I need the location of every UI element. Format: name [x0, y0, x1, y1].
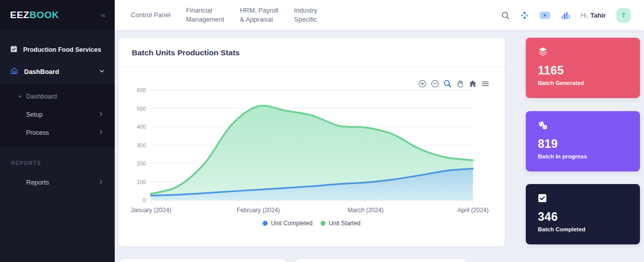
chevron-right-icon: [98, 129, 104, 136]
bar-chart-icon[interactable]: [561, 11, 570, 20]
stat-card-batch-completed: 346 Batch Completed: [526, 184, 640, 244]
nav-item-label: Financial: [186, 6, 224, 15]
stat-value: 1165: [538, 64, 628, 77]
sidebar-item-label: Reports: [26, 179, 49, 186]
avatar[interactable]: T: [616, 8, 631, 23]
submenu-item-label: Process: [26, 129, 49, 136]
nav-item-label: Control Panel: [131, 11, 171, 20]
checkbox-icon: [538, 193, 628, 203]
app-logo: EEZBOOK: [10, 10, 59, 21]
submenu-item-dashboard[interactable]: Dashboard: [0, 88, 115, 106]
bottom-card-partial: [120, 259, 286, 262]
svg-text:600: 600: [137, 87, 146, 93]
stat-card-batch-in-progress: 819 Batch In progress: [526, 111, 640, 171]
nav-item-label: Specific: [294, 15, 317, 24]
svg-text:March (2024): March (2024): [348, 207, 383, 214]
apps-diamond-icon[interactable]: [520, 11, 529, 20]
topbar: Control Panel Financial Management HRM, …: [115, 0, 644, 30]
bottom-card-partial: [296, 259, 465, 262]
legend-label: Unit Started: [329, 220, 360, 227]
legend-item-unit-completed[interactable]: Unit Completed: [263, 220, 312, 227]
greeting-prefix: Hi,: [581, 12, 589, 19]
stat-value: 819: [538, 137, 628, 151]
sidebar-item-production-food-services[interactable]: Production Food Services: [0, 42, 115, 57]
nav-item-control-panel[interactable]: Control Panel: [131, 11, 171, 20]
sidebar-item-dashboard[interactable]: DashBoard: [0, 61, 115, 81]
nav-item-hrm-payroll-appraisal[interactable]: HRM, Payroll & Appraisal: [240, 6, 279, 24]
svg-text:200: 200: [137, 160, 146, 166]
chart-legend: Unit Completed Unit Started: [119, 220, 505, 227]
card-divider: [119, 66, 505, 67]
nav-item-label: & Appraisal: [240, 15, 279, 24]
sidebar-item-label: Production Food Services: [23, 46, 101, 53]
chevron-down-icon: [99, 68, 105, 75]
search-icon[interactable]: [501, 11, 510, 20]
stat-label: Batch Generated: [538, 80, 628, 86]
legend-dot-blue: [263, 221, 268, 226]
stat-label: Batch In progress: [538, 153, 628, 159]
video-tutorial-icon[interactable]: [539, 11, 550, 20]
nav-item-label: HRM, Payroll: [240, 6, 279, 15]
svg-text:0: 0: [143, 197, 146, 203]
nav-item-label: Industry: [294, 6, 317, 15]
topbar-right: Hi, Tahir T: [501, 8, 631, 23]
bullet-icon: [19, 96, 21, 98]
sidebar: EEZBOOK « Production Food Services DashB…: [0, 0, 115, 262]
chevron-right-icon: [98, 111, 104, 118]
svg-text:400: 400: [137, 124, 146, 130]
stat-card-batch-generated: 1165 Batch Generated: [526, 38, 640, 98]
sidebar-collapse-icon[interactable]: «: [101, 10, 106, 20]
user-name: Tahir: [590, 12, 606, 19]
main-nav: Control Panel Financial Management HRM, …: [131, 6, 317, 24]
svg-text:500: 500: [137, 106, 146, 112]
nav-item-financial-management[interactable]: Financial Management: [186, 6, 224, 24]
sidebar-item-label: DashBoard: [24, 68, 59, 75]
nav-item-industry-specific[interactable]: Industry Specific: [294, 6, 317, 24]
svg-text:300: 300: [137, 142, 146, 148]
dice-icon: [538, 120, 628, 130]
submenu-item-process[interactable]: Process: [0, 124, 115, 142]
area-chart[interactable]: 0100200300400500600January (2024)Februar…: [131, 82, 503, 233]
legend-item-unit-started[interactable]: Unit Started: [320, 220, 360, 227]
legend-dot-green: [320, 221, 326, 226]
submenu-item-setup[interactable]: Setup: [0, 106, 115, 124]
svg-text:April (2024): April (2024): [457, 207, 489, 214]
sidebar-header: EEZBOOK «: [0, 0, 115, 30]
nav-item-label: Management: [186, 15, 224, 24]
submenu-item-label: Setup: [26, 111, 43, 118]
stat-value: 346: [538, 210, 628, 224]
chevron-right-icon: [98, 179, 104, 186]
user-greeting: Hi, Tahir: [581, 12, 606, 19]
logo-part-2: BOOK: [29, 10, 59, 20]
chart-title: Batch Units Production Stats: [132, 48, 239, 57]
legend-label: Unit Completed: [271, 220, 312, 227]
svg-text:February (2024): February (2024): [236, 207, 280, 214]
calendar-check-icon: [10, 45, 18, 54]
submenu-item-label: Dashboard: [26, 93, 57, 100]
chart-card: Batch Units Production Stats 01002003004…: [119, 38, 505, 246]
stat-label: Batch Completed: [538, 226, 628, 232]
svg-text:January (2024): January (2024): [131, 207, 172, 214]
layers-icon: [538, 47, 628, 57]
sidebar-section-reports: REPORTS: [0, 160, 115, 166]
svg-text:100: 100: [137, 179, 146, 185]
logo-part-1: EEZ: [10, 10, 29, 20]
sidebar-item-reports[interactable]: Reports: [0, 173, 115, 191]
home-icon: [10, 66, 19, 76]
dashboard-submenu: Dashboard Setup Process: [0, 84, 115, 147]
